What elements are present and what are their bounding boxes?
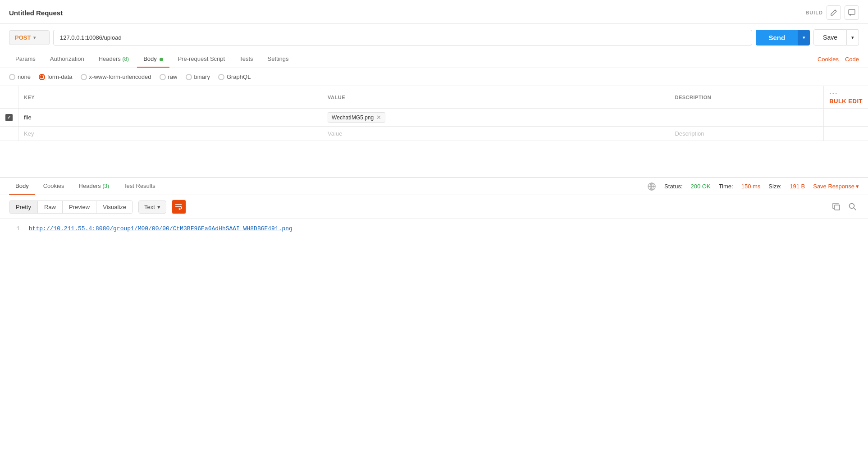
response-format-bar: Pretty Raw Preview Visualize Text ▾ [0, 195, 868, 219]
text-format-label: Text [144, 204, 155, 210]
tab-pre-request-script[interactable]: Pre-request Script [171, 51, 231, 68]
edit-icon-button[interactable] [827, 5, 841, 20]
response-tab-body[interactable]: Body [9, 178, 35, 195]
empty-actions-cell [824, 127, 868, 141]
tab-tests[interactable]: Tests [233, 51, 259, 68]
response-tab-cookies[interactable]: Cookies [37, 178, 71, 195]
empty-key-cell[interactable]: Key [18, 127, 322, 141]
comment-icon [848, 9, 855, 16]
response-url-link[interactable]: http://10.211.55.4:8080/group1/M00/00/00… [29, 225, 292, 232]
size-value: 191 B [790, 183, 805, 190]
col-actions-header: ··· Bulk Edit [824, 86, 868, 109]
bulk-edit-button[interactable]: Bulk Edit [829, 98, 863, 105]
save-button[interactable]: Save [813, 29, 847, 46]
text-format-arrow: ▾ [157, 204, 160, 210]
format-raw[interactable]: Raw [38, 201, 63, 213]
format-group: Pretty Raw Preview Visualize [9, 201, 133, 214]
row-actions-cell [824, 109, 868, 127]
col-check-header [0, 86, 18, 109]
option-graphql[interactable]: GraphQL [218, 73, 251, 80]
file-tag: WechatIMG5.png ✕ [328, 112, 385, 123]
response-section: Body Cookies Headers (3) Test Results St… [0, 177, 868, 238]
row-checkbox-cell [0, 109, 18, 127]
radio-none [9, 74, 15, 80]
response-meta: Status: 200 OK Time: 150 ms Size: 191 B … [647, 182, 859, 191]
svg-point-8 [850, 204, 854, 209]
tab-params[interactable]: Params [9, 51, 42, 68]
method-select[interactable]: POST ▾ [9, 30, 50, 45]
status-label: Status: [664, 183, 682, 190]
row-value-cell: WechatIMG5.png ✕ [322, 109, 669, 127]
response-tab-headers[interactable]: Headers (3) [73, 178, 115, 195]
option-x-www-form-urlencoded[interactable]: x-www-form-urlencoded [81, 73, 151, 80]
method-arrow-icon: ▾ [33, 35, 36, 40]
response-body: 1 http://10.211.55.4:8080/group1/M00/00/… [0, 219, 868, 238]
status-value: 200 OK [691, 183, 711, 190]
file-tag-remove[interactable]: ✕ [376, 114, 381, 121]
col-value-header: VALUE [322, 86, 669, 109]
row-checkbox[interactable] [5, 114, 13, 121]
form-data-table-wrapper: KEY VALUE DESCRIPTION ··· Bulk Edit file [0, 86, 868, 141]
copy-button[interactable] [830, 201, 843, 213]
url-input[interactable] [53, 30, 752, 46]
empty-desc-cell[interactable]: Description [669, 127, 824, 141]
col-key-header: KEY [18, 86, 322, 109]
tab-headers[interactable]: Headers (8) [92, 51, 135, 68]
more-options-icon[interactable]: ··· [829, 90, 838, 97]
empty-table-row: Key Value Description [0, 127, 868, 141]
option-binary[interactable]: binary [186, 73, 210, 80]
empty-value-placeholder: Value [328, 130, 342, 137]
time-label: Time: [719, 183, 733, 190]
empty-value-cell[interactable]: Value [322, 127, 669, 141]
row-desc-cell[interactable] [669, 109, 824, 127]
empty-check-cell [0, 127, 18, 141]
radio-raw [160, 74, 166, 80]
search-button[interactable] [846, 201, 859, 213]
send-button[interactable]: Send [756, 30, 798, 46]
svg-line-9 [854, 208, 856, 210]
format-preview[interactable]: Preview [63, 201, 96, 213]
tab-settings[interactable]: Settings [261, 51, 295, 68]
save-response-arrow: ▾ [856, 183, 859, 190]
top-bar: Untitled Request BUILD [0, 0, 868, 24]
row-key-cell: file [18, 109, 322, 127]
col-desc-header: DESCRIPTION [669, 86, 824, 109]
response-actions-right [830, 201, 859, 213]
format-visualize[interactable]: Visualize [96, 201, 132, 213]
radio-x-www [81, 74, 87, 80]
save-response-button[interactable]: Save Response ▾ [813, 183, 859, 190]
save-button-group: Save ▾ [813, 29, 859, 46]
empty-key-placeholder: Key [24, 130, 34, 137]
request-tab-bar: Params Authorization Headers (8) Body Pr… [0, 51, 868, 68]
code-link[interactable]: Code [845, 56, 859, 63]
comment-icon-button[interactable] [845, 5, 859, 20]
top-bar-right: BUILD [805, 5, 859, 20]
wrap-button[interactable] [172, 200, 186, 214]
body-options: none form-data x-www-form-urlencoded raw… [0, 68, 868, 86]
body-active-dot [160, 58, 163, 61]
row-key-value[interactable]: file [24, 114, 32, 121]
radio-form-data [39, 74, 45, 80]
page-title: Untitled Request [9, 9, 63, 17]
tab-body[interactable]: Body [137, 51, 169, 68]
globe-icon[interactable] [647, 182, 656, 191]
edit-icon [830, 9, 837, 16]
tab-authorization[interactable]: Authorization [44, 51, 91, 68]
send-button-group: Send ▾ [756, 30, 810, 46]
cookies-link[interactable]: Cookies [818, 56, 839, 63]
text-format-select[interactable]: Text ▾ [138, 201, 166, 214]
option-form-data[interactable]: form-data [39, 73, 73, 80]
format-pretty[interactable]: Pretty [9, 201, 38, 213]
svg-rect-0 [849, 9, 855, 14]
response-tab-test-results[interactable]: Test Results [117, 178, 162, 195]
option-raw[interactable]: raw [160, 73, 178, 80]
wrap-icon [175, 204, 183, 210]
line-number-1: 1 [9, 225, 20, 232]
save-arrow-button[interactable]: ▾ [847, 29, 859, 46]
time-value: 150 ms [741, 183, 761, 190]
option-none[interactable]: none [9, 73, 31, 80]
empty-desc-placeholder: Description [675, 130, 704, 137]
form-data-table: KEY VALUE DESCRIPTION ··· Bulk Edit file [0, 86, 868, 141]
file-tag-name: WechatIMG5.png [332, 114, 374, 121]
send-arrow-button[interactable]: ▾ [798, 30, 810, 46]
